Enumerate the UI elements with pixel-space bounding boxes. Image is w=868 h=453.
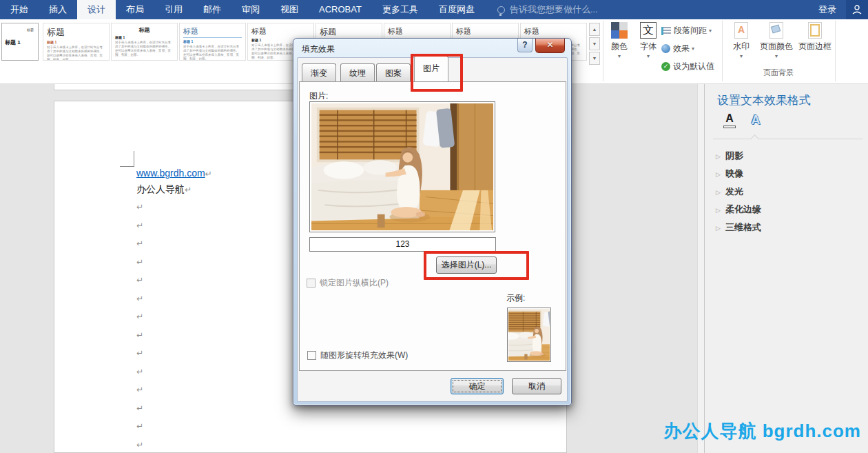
tab-review[interactable]: 审阅 xyxy=(231,0,270,19)
page-color-button[interactable]: 页面颜色 ▾ xyxy=(758,22,795,59)
margin-crop-mark xyxy=(120,166,134,167)
tab-insert[interactable]: 插入 xyxy=(39,0,77,19)
card-title: 标题 xyxy=(320,26,378,38)
current-style-title: 标题 xyxy=(27,28,34,32)
dialog-title[interactable]: 填充效果 xyxy=(302,43,335,55)
card-body: 对于插入选项卡上的库，在设计时充分考虑了其中的项与文档整体外观的协调性。您可以使… xyxy=(183,45,242,61)
chevron-down-icon: ▾ xyxy=(758,53,795,59)
tab-home[interactable]: 开始 xyxy=(0,0,39,19)
word-app-window: 开始 插入 设计 布局 引用 邮件 审阅 视图 ACROBAT 更多工具 百度网… xyxy=(0,0,868,453)
tab-layout[interactable]: 布局 xyxy=(116,0,154,19)
watermark-icon: A xyxy=(734,22,748,39)
set-default-check-icon: ✓ xyxy=(661,62,670,71)
pane-item-shadow[interactable]: ▷阴影 xyxy=(716,150,743,162)
pilcrow-column: ↵↵↵↵↵↵↵↵↵↵↵↵↵↵ xyxy=(136,198,143,453)
paragraph-mark: ↵ xyxy=(136,217,143,235)
gallery-more-button[interactable]: ▼ xyxy=(589,52,600,65)
ok-button[interactable]: 确定 xyxy=(451,378,504,394)
chevron-down-icon: ▾ xyxy=(635,53,661,59)
gallery-scroll-up-button[interactable]: ▲ xyxy=(589,23,600,36)
tab-view[interactable]: 视图 xyxy=(270,0,309,19)
dialog-help-button[interactable]: ? xyxy=(517,39,533,52)
colors-button[interactable]: 颜色 ▾ xyxy=(606,22,632,59)
scroll-up-icon: ▲ xyxy=(592,27,597,32)
sign-in-button[interactable]: 登录 xyxy=(809,0,846,19)
watermark-label: 水印 xyxy=(727,41,755,52)
pane-item-label: 柔化边缘 xyxy=(725,204,761,214)
cancel-button[interactable]: 取消 xyxy=(512,378,561,394)
effects-button[interactable]: 效果 ▾ xyxy=(661,43,694,54)
paragraph-mark: ↵ xyxy=(136,234,143,253)
page-color-icon xyxy=(769,22,783,39)
page-borders-button[interactable]: 页面边框 xyxy=(796,22,834,52)
colors-icon xyxy=(611,22,628,39)
document-scrollbar[interactable] xyxy=(697,84,704,453)
style-set-card[interactable]: 标题 标题 1 对于插入选项卡上的库，在设计时充分考虑了其中的项与文档整体外观的… xyxy=(43,23,110,61)
card-body: 对于插入选项卡上的库，在设计时充分考虑了其中的项与文档整体外观的协调性。您可以使… xyxy=(47,46,105,61)
tab-more-tools[interactable]: 更多工具 xyxy=(372,0,428,19)
card-title: 标题 xyxy=(524,26,583,37)
effects-label: 效果 xyxy=(673,43,690,54)
watermark-button[interactable]: A 水印 ▾ xyxy=(727,22,755,59)
tab-gradient[interactable]: 渐变 xyxy=(302,63,336,81)
paragraph-mark: ↵ xyxy=(136,399,143,418)
tab-acrobat[interactable]: ACROBAT xyxy=(309,0,372,19)
tell-me-search[interactable]: 告诉我您想要做什么... xyxy=(497,0,598,19)
pane-item-3d-format[interactable]: ▷三维格式 xyxy=(716,221,761,234)
hyperlink-bgrdh[interactable]: www.bgrdh.com xyxy=(136,168,205,179)
set-default-label: 设为默认值 xyxy=(673,61,714,72)
picture-caption-box: 123 xyxy=(309,237,496,252)
pane-item-glow[interactable]: ▷发光 xyxy=(716,185,743,198)
tab-design[interactable]: 设计 xyxy=(77,0,116,19)
account-button[interactable] xyxy=(846,0,868,19)
tab-references[interactable]: 引用 xyxy=(154,0,193,19)
underline-bar-icon xyxy=(723,125,736,128)
rotate-fill-checkbox[interactable]: 随图形旋转填充效果(W) xyxy=(307,350,408,361)
chevron-down-icon: ▾ xyxy=(692,46,694,52)
text-fill-icon: A xyxy=(721,113,738,124)
style-set-card[interactable]: 标题 标题 1 对于插入选项卡上的库，在设计时充分考虑了其中的项与文档整体外观的… xyxy=(179,23,246,61)
expand-arrow-icon: ▷ xyxy=(716,189,721,196)
fonts-label: 字体 xyxy=(635,41,661,52)
pane-item-label: 三维格式 xyxy=(725,222,761,232)
expand-arrow-icon: ▷ xyxy=(716,207,721,214)
lock-aspect-label: 锁定图片纵横比(P) xyxy=(320,277,389,289)
pane-tab-notch xyxy=(750,134,759,143)
rotate-fill-label: 随图形旋转填充效果(W) xyxy=(320,350,408,361)
style-set-card[interactable]: 标题 标题 1 对于插入选项卡上的库，在设计时充分考虑了其中的项与文档整体外观的… xyxy=(111,23,178,61)
paragraph-mark: ↵ xyxy=(136,271,143,290)
page-borders-icon xyxy=(808,22,822,39)
tab-texture[interactable]: 纹理 xyxy=(340,63,375,81)
page-borders-label: 页面边框 xyxy=(796,41,834,52)
card-body: 对于插入选项卡上的库，在设计时充分考虑了其中的项与文档整体外观的协调性。您可以使… xyxy=(115,41,174,57)
paragraph-spacing-button[interactable]: 段落间距 ▾ xyxy=(661,25,712,37)
tab-baidu-netdisk[interactable]: 百度网盘 xyxy=(428,0,485,19)
pane-item-label: 映像 xyxy=(725,168,743,179)
current-style-subtitle: 标题 1 xyxy=(5,39,21,46)
paragraph-mark: ↵ xyxy=(205,169,212,179)
picture-tab-page: 图片: 123 选择图片(L)... 锁定图片纵横比(P) 示例: 随图形旋转填… xyxy=(299,81,566,371)
lock-aspect-ratio-checkbox: 锁定图片纵横比(P) xyxy=(307,277,389,289)
pane-item-reflection[interactable]: ▷映像 xyxy=(716,168,743,180)
sample-preview xyxy=(507,308,551,362)
picture-preview xyxy=(309,101,495,232)
current-style-preview[interactable]: 标题 标题 1 xyxy=(1,23,39,61)
tab-pattern[interactable]: 图案 xyxy=(376,63,411,81)
pane-item-label: 发光 xyxy=(725,186,743,197)
fonts-button[interactable]: 文 字体 ▾ xyxy=(635,22,661,59)
card-subtitle: 标题 1 xyxy=(115,35,174,39)
set-default-button[interactable]: ✓ 设为默认值 xyxy=(661,61,714,72)
tab-mailings[interactable]: 邮件 xyxy=(193,0,231,19)
text-effects-options-button[interactable]: A xyxy=(747,113,764,128)
dialog-close-button[interactable]: ✕ xyxy=(535,39,565,53)
text-fill-options-button[interactable]: A xyxy=(721,113,738,128)
card-title: 标题 xyxy=(115,26,174,34)
tell-me-label: 告诉我您想要做什么... xyxy=(510,3,598,16)
pane-item-soft-edges[interactable]: ▷柔化边缘 xyxy=(716,203,761,216)
lightbulb-icon xyxy=(497,6,505,14)
expand-arrow-icon: ▷ xyxy=(716,153,721,160)
gallery-scroll-down-button[interactable]: ▼ xyxy=(589,37,600,50)
scroll-down-icon: ▼ xyxy=(592,41,597,46)
paragraph-spacing-icon xyxy=(661,27,671,35)
ribbon-separator xyxy=(722,21,723,81)
